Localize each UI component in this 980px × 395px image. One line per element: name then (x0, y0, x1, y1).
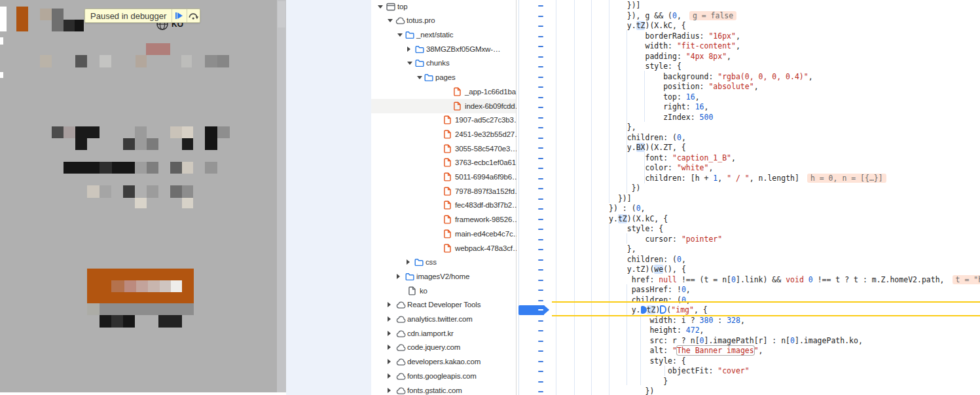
nav-item-react-developer-tools[interactable]: React Developer Tools (371, 297, 516, 312)
gutter-line-marker[interactable] (538, 188, 543, 189)
gutter-line-marker[interactable] (538, 46, 543, 47)
gutter-line-marker[interactable] (538, 361, 543, 362)
gutter-line-marker[interactable] (538, 127, 543, 128)
step-location-marker-icon[interactable] (660, 305, 666, 314)
step-over-button[interactable] (187, 9, 200, 22)
nav-item-3055-58c5470e3-[interactable]: 3055-58c5470e3… (371, 141, 516, 156)
nav-item-cdn-iamport-kr[interactable]: cdn.iamport.kr (371, 326, 516, 341)
step-location-current-icon[interactable] (641, 306, 647, 314)
gutter-line-marker[interactable] (538, 117, 543, 119)
nav-item-fonts-googleapis-com[interactable]: fonts.googleapis.com (371, 369, 516, 383)
gutter-line-marker[interactable] (538, 350, 543, 352)
page-content-block (147, 185, 158, 198)
nav-item-analytics-twitter-com[interactable]: analytics.twitter.com (371, 312, 516, 326)
resume-script-button[interactable] (172, 9, 186, 22)
chevron-expanded-icon[interactable] (417, 76, 422, 79)
nav-item-3763-ecbc1ef0a61-[interactable]: 3763-ecbc1ef0a61… (371, 155, 516, 170)
gutter-line-marker[interactable] (538, 280, 543, 281)
gutter-line-marker[interactable] (538, 138, 543, 139)
nav-item-label: 5011-6994a6f9b6… (455, 170, 519, 184)
chevron-collapsed-icon[interactable] (407, 259, 410, 265)
gutter-line-marker[interactable] (538, 239, 543, 240)
gutter-line-marker[interactable] (538, 5, 543, 7)
nav-item-chunks[interactable]: chunks (371, 56, 516, 70)
chevron-collapsed-icon[interactable] (388, 359, 391, 364)
nav-item-38mgzbxf05gmxw-[interactable]: 38MGZBxf05GMxw-… (371, 42, 516, 56)
page-scrollbar[interactable] (277, 0, 286, 392)
nav-item-totus-pro[interactable]: totus.pro (371, 13, 516, 28)
nav-item-5011-6994a6f9b6-[interactable]: 5011-6994a6f9b6… (371, 170, 516, 184)
gutter-line-marker[interactable] (538, 36, 543, 37)
gutter-line-marker[interactable] (538, 56, 543, 58)
gutter-line-marker[interactable] (538, 290, 543, 291)
gutter-line-marker[interactable] (538, 168, 543, 169)
nav-item-label: index-6b09fcdd… (465, 99, 522, 113)
nav-item--app-1c66d1ba-[interactable]: _app-1c66d1ba… (371, 85, 516, 99)
chevron-expanded-icon[interactable] (388, 19, 393, 22)
gutter-line-marker[interactable] (538, 371, 543, 372)
gutter-line-marker[interactable] (538, 147, 543, 149)
gutter-line-marker[interactable] (538, 269, 543, 271)
gutter-line-marker[interactable] (538, 86, 543, 88)
gutter-line-marker[interactable] (538, 219, 543, 220)
nav-item-1907-ad5c27c3b3-[interactable]: 1907-ad5c27c3b3… (371, 113, 516, 127)
nav-item-fonts-gstatic-com[interactable]: fonts.gstatic.com (371, 383, 516, 395)
gutter-line-marker[interactable] (538, 66, 543, 67)
chevron-collapsed-icon[interactable] (388, 316, 391, 322)
page-content-block (75, 55, 87, 67)
gutter-line-marker[interactable] (538, 249, 543, 250)
gutter-line-marker[interactable] (538, 158, 543, 159)
nav-item-developers-kakao-com[interactable]: developers.kakao.com (371, 354, 516, 369)
nav-item-index-6b09fcdd-[interactable]: index-6b09fcdd… (371, 99, 516, 113)
gutter-line-marker[interactable] (538, 259, 543, 261)
file-icon (454, 102, 462, 113)
chevron-collapsed-icon[interactable] (397, 274, 400, 279)
chevron-collapsed-icon[interactable] (388, 331, 391, 336)
gutter-line-marker[interactable] (538, 26, 543, 27)
gutter-line-marker[interactable] (538, 107, 543, 108)
chevron-expanded-icon[interactable] (378, 5, 383, 9)
nav-item-label: ko (420, 284, 427, 298)
nav-item-framework-98526-[interactable]: framework-98526… (371, 212, 516, 227)
nav-item-webpack-478a3cf-[interactable]: webpack-478a3cf… (371, 241, 516, 255)
nav-item-2451-9e32b55d27-[interactable]: 2451-9e32b55d27… (371, 127, 516, 141)
nav-item-code-jquery-com[interactable]: code.jquery.com (371, 340, 516, 354)
chevron-expanded-icon[interactable] (407, 62, 412, 65)
gutter-line-marker[interactable] (538, 381, 543, 383)
nav-item-ko[interactable]: ko (371, 284, 516, 298)
page-content-block (217, 55, 229, 67)
gutter-line-marker[interactable] (538, 391, 543, 392)
chevron-expanded-icon[interactable] (397, 33, 403, 37)
gutter-line-marker[interactable] (538, 97, 543, 98)
chevron-collapsed-icon[interactable] (407, 47, 410, 52)
gutter-line-marker[interactable] (538, 229, 543, 230)
nav-item-css[interactable]: css (371, 255, 516, 269)
gutter-line-marker[interactable] (538, 178, 543, 179)
page-content-block (64, 126, 75, 138)
page-content-block (170, 185, 182, 198)
chevron-collapsed-icon[interactable] (388, 345, 391, 350)
gutter-line-marker[interactable] (538, 320, 543, 322)
gutter-line-marker[interactable] (538, 341, 543, 342)
gutter-line-marker[interactable] (538, 198, 543, 200)
file-icon (444, 187, 452, 198)
gutter-line-marker[interactable] (538, 16, 543, 17)
gutter-line-marker[interactable] (538, 77, 543, 78)
nav-item-pages[interactable]: pages (371, 70, 516, 85)
code-line: zIndex: 500 (554, 113, 713, 123)
nav-item-label: analytics.twitter.com (407, 312, 473, 326)
chevron-collapsed-icon[interactable] (388, 373, 391, 379)
page-scrollbar-thumb[interactable] (278, 1, 285, 28)
nav-item-label: chunks (426, 56, 450, 70)
nav-item-fec483df-db3f7b2-[interactable]: fec483df-db3f7b2… (371, 198, 516, 212)
gutter-line-marker[interactable] (538, 300, 543, 301)
nav-item-top[interactable]: top (371, 0, 516, 14)
nav-item-7978-897f3a152fd-[interactable]: 7978-897f3a152fd… (371, 184, 516, 198)
chevron-collapsed-icon[interactable] (388, 388, 391, 393)
nav-item-main-ed4ceb4c7c-[interactable]: main-ed4ceb4c7c… (371, 227, 516, 241)
nav-item-imagesv2-home[interactable]: imagesV2/home (371, 269, 516, 284)
chevron-collapsed-icon[interactable] (388, 302, 391, 307)
gutter-line-marker[interactable] (538, 330, 543, 331)
gutter-line-marker[interactable] (538, 208, 543, 210)
nav-item--next-static[interactable]: _next/static (371, 28, 516, 42)
